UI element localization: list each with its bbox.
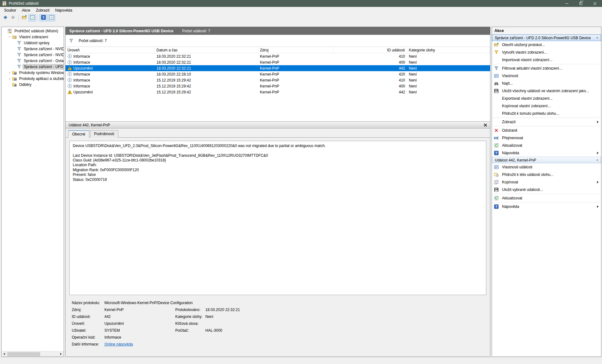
- scroll-left-button[interactable]: [2, 351, 7, 357]
- filter-icon: [17, 40, 22, 45]
- action-item-label: Otevřít uložený protokol...: [502, 43, 599, 47]
- details-pane: Událost 442, Kernel-PnP ObecnéPodrobnost…: [66, 121, 490, 356]
- online-help-link[interactable]: Online nápověda: [104, 342, 133, 346]
- action-item[interactable]: Aktualizovat: [492, 194, 601, 202]
- expander-collapsed-icon[interactable]: ›: [8, 76, 12, 81]
- action-item[interactable]: Zobrazit: [492, 118, 601, 126]
- chevron-up-icon[interactable]: [596, 158, 599, 162]
- action-item[interactable]: Uložit všechny události ve vlastním zobr…: [492, 87, 601, 95]
- tree-item[interactable]: Správce zařízení - NVIDIA: [2, 46, 64, 52]
- level-label: Informace: [73, 72, 90, 76]
- action-item-label: Přidružit k této události úlohu...: [502, 172, 599, 177]
- field-label: Další informace:: [72, 342, 104, 346]
- action-section-header[interactable]: Událost 442, Kernel-PnP: [492, 157, 601, 163]
- tree-item[interactable]: ›Protokoly aplikací a služeb: [2, 76, 64, 82]
- help-button[interactable]: ?: [40, 14, 47, 21]
- save-icon: [494, 187, 499, 192]
- action-item[interactable]: ?Nápověda: [492, 149, 601, 157]
- menu-soubor[interactable]: Soubor: [1, 8, 19, 13]
- tree-item[interactable]: Prohlížeč událostí (Místní): [2, 28, 64, 34]
- show-console-tree-button[interactable]: [29, 14, 36, 21]
- forward-button[interactable]: [9, 14, 17, 21]
- tree-item[interactable]: Události správy: [2, 40, 64, 46]
- action-item[interactable]: Filtrovat aktuální vlastní zobrazení...: [492, 65, 601, 72]
- level-label: Informace: [73, 60, 90, 65]
- event-row[interactable]: Informace15.12.2019 15:29:42Kernel-PnP41…: [66, 77, 490, 83]
- column-header-2[interactable]: Datum a čas: [155, 47, 258, 53]
- tree-horizontal-scrollbar[interactable]: [2, 351, 64, 356]
- action-item[interactable]: Importovat vlastní zobrazení...: [492, 56, 601, 64]
- menu-zobrazit[interactable]: Zobrazit: [33, 8, 52, 13]
- tree-item[interactable]: ›Vlastní zobrazení: [2, 34, 64, 40]
- minimize-button[interactable]: [560, 0, 574, 7]
- action-section-header[interactable]: Správce zařízení - UFD 2.0 Silicon-Power…: [492, 34, 601, 41]
- action-item[interactable]: Otevřít uložený protokol...: [492, 41, 601, 49]
- action-item[interactable]: Přejmenovat: [492, 134, 601, 142]
- info-icon: [67, 60, 72, 65]
- open-saved-log-button[interactable]: [20, 14, 28, 21]
- field-value: Není: [205, 314, 490, 319]
- datetime-cell: 18.03.2020 22:32:21: [155, 53, 258, 59]
- close-button[interactable]: [588, 0, 602, 7]
- field-value: Microsoft-Windows-Kernel-PnP/Device Conf…: [104, 301, 193, 305]
- event-row[interactable]: Informace18.03.2020 22:32:21Kernel-PnP40…: [66, 59, 490, 65]
- action-item-label: Importovat vlastní zobrazení...: [502, 58, 599, 62]
- source-cell: Kernel-PnP: [258, 77, 333, 83]
- expander-expanded-icon[interactable]: ›: [8, 35, 12, 39]
- tab-podrobnosti[interactable]: Podrobnosti: [90, 130, 118, 138]
- tree-item[interactable]: ›Protokoly systému Windows: [2, 70, 64, 76]
- level-cell: Informace: [66, 59, 155, 65]
- action-item[interactable]: Exportovat vlastní zobrazení...: [492, 95, 601, 102]
- action-item[interactable]: Přidružit k tomuto pohledu úlohu...: [492, 110, 601, 117]
- action-item[interactable]: Přidružit k této události úlohu...: [492, 171, 601, 178]
- column-header-1[interactable]: Úroveň: [66, 47, 155, 53]
- column-header-5[interactable]: Kategorie úlohy: [407, 47, 490, 53]
- tab-obecné[interactable]: Obecné: [68, 130, 89, 138]
- restore-button[interactable]: [574, 0, 588, 7]
- scroll-right-button[interactable]: [58, 351, 64, 357]
- action-item[interactable]: Aktualizovat: [492, 142, 601, 149]
- show-action-pane-button[interactable]: [48, 14, 55, 21]
- column-header-3[interactable]: Zdroj: [258, 47, 333, 53]
- tree-item[interactable]: Odběry: [2, 82, 64, 87]
- event-row[interactable]: Informace18.03.2020 22:32:21Kernel-PnP41…: [66, 53, 490, 59]
- no-icon: [494, 57, 499, 62]
- toolbar: ?: [0, 13, 602, 22]
- action-item[interactable]: Vytvořit vlastní zobrazení...: [492, 49, 601, 56]
- menu-akce[interactable]: Akce: [19, 8, 33, 13]
- column-header-4[interactable]: ID události: [333, 47, 407, 53]
- field-label: Název protokolu:: [72, 301, 104, 305]
- action-item[interactable]: Vlastnosti: [492, 72, 601, 80]
- action-item[interactable]: Najít...: [492, 80, 601, 87]
- tree-item[interactable]: Správce zařízení - Ovlada: [2, 58, 64, 64]
- action-item[interactable]: ?Nápověda: [492, 203, 601, 210]
- details-close-button[interactable]: [483, 123, 488, 128]
- toolbar-separator: [38, 15, 38, 21]
- chevron-up-icon[interactable]: [596, 36, 599, 40]
- field-label: Uživatel:: [72, 328, 104, 333]
- tree-item[interactable]: Správce zařízení - NVIDIA: [2, 52, 64, 58]
- action-item[interactable]: Kopírovat vlastní zobrazení...: [492, 102, 601, 110]
- event-row[interactable]: Upozornění18.03.2020 22:32:21Kernel-PnP4…: [66, 65, 490, 71]
- event-row[interactable]: Informace18.03.2020 22:28:10Kernel-PnP42…: [66, 71, 490, 77]
- delete-icon: [494, 128, 499, 133]
- action-item[interactable]: Odstranit: [492, 127, 601, 134]
- back-button[interactable]: [1, 14, 9, 21]
- close-icon: [484, 124, 487, 126]
- action-item[interactable]: Kopírovat: [492, 178, 601, 186]
- field-value: 442: [104, 314, 175, 319]
- action-item[interactable]: Uložit vybrané události...: [492, 186, 601, 193]
- details-pane-header: Událost 442, Kernel-PnP: [66, 122, 490, 129]
- menu-nápověda[interactable]: Nápověda: [52, 8, 75, 13]
- level-cell: Upozornění: [66, 89, 155, 95]
- event-row[interactable]: Upozornění15.12.2019 15:29:42Kernel-PnP4…: [66, 89, 490, 95]
- event-table-header: ÚroveňDatum a časZdrojID událostiKategor…: [66, 47, 490, 53]
- field-value: Upozornění: [104, 321, 175, 326]
- info-icon: [67, 54, 72, 59]
- scrollbar-thumb[interactable]: [7, 352, 40, 356]
- action-item[interactable]: Vlastnosti události: [492, 163, 601, 171]
- tree-item[interactable]: Správce zařízení - UFD 2.0: [2, 64, 64, 70]
- details-title: Událost 442, Kernel-PnP: [69, 123, 110, 127]
- event-row[interactable]: Informace15.12.2019 15:29:42Kernel-PnP40…: [66, 83, 490, 89]
- expander-collapsed-icon[interactable]: ›: [8, 70, 12, 75]
